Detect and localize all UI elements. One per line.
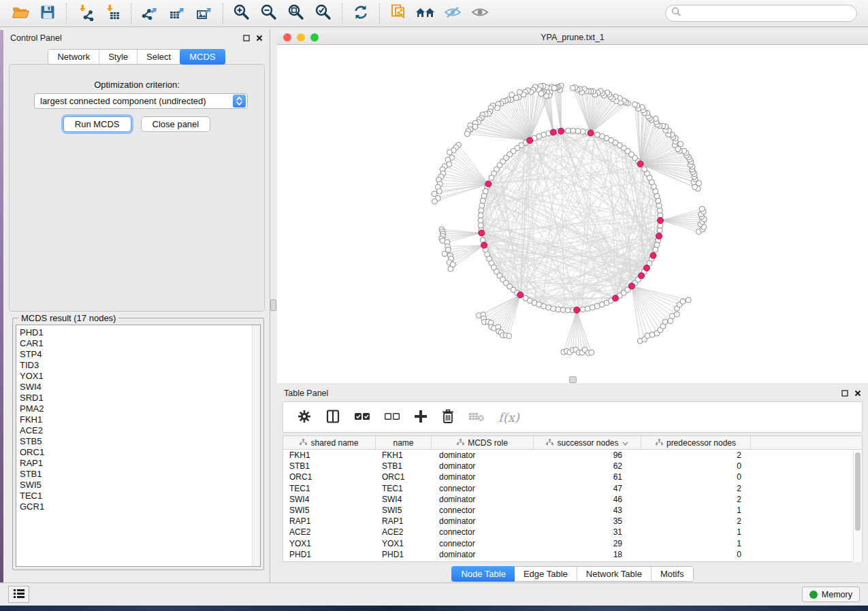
cell-name[interactable]: ORC1 [376,472,432,482]
cell-role[interactable]: connector [432,484,534,493]
mcds-result-item[interactable]: TID3 [20,360,260,371]
cell-role[interactable]: dominator [432,461,534,471]
mcds-result-item[interactable]: ACE2 [20,425,260,436]
cell-predecessors[interactable]: 1 [641,527,751,537]
optimization-criterion-dropdown[interactable]: largest connected component (undirected) [34,93,248,109]
cell-predecessors[interactable]: 0 [641,472,751,482]
mcds-result-item[interactable]: STB1 [20,469,260,480]
cell-successors[interactable]: 61 [534,472,641,482]
sort-chevron-icon[interactable] [622,438,628,448]
zoom-out-button[interactable] [255,3,283,24]
column-header-name[interactable]: name [376,436,432,449]
cell-role[interactable]: dominator [432,495,534,504]
cell-role[interactable]: dominator [432,516,534,526]
cell-predecessors[interactable]: 2 [641,450,751,460]
show-columns-button[interactable] [325,409,340,426]
zoom-in-button[interactable] [228,3,255,24]
mcds-result-item[interactable]: SWI4 [20,382,260,393]
refresh-button[interactable] [347,3,374,24]
hide-selected-button[interactable] [439,3,466,24]
result-list-scrollbar[interactable] [252,325,260,566]
table-row[interactable]: RAP1RAP1dominator352 [283,516,862,527]
table-row[interactable]: FKH1FKH1dominator962 [283,450,862,461]
network-canvas[interactable] [277,45,868,383]
table-row[interactable]: SWI4SWI4dominator462 [283,494,862,505]
column-header-predecessor-nodes[interactable]: predecessor nodes [641,436,751,449]
table-row[interactable]: ORC1ORC1dominator610 [283,472,862,482]
tab-mcds[interactable]: MCDS [180,49,225,65]
vertical-splitter-grip[interactable] [270,299,276,311]
column-header-MCDS-role[interactable]: MCDS role [432,436,534,449]
table-row[interactable]: PHD1PHD1dominator180 [283,549,862,560]
cell-successors[interactable]: 43 [534,506,641,515]
mcds-result-item[interactable]: SRD1 [20,393,260,403]
search-input[interactable] [681,7,856,20]
cell-predecessors[interactable]: 0 [641,550,751,559]
float-window-icon[interactable] [841,390,848,397]
table-scrollbar-thumb[interactable] [855,452,861,531]
cell-role[interactable]: dominator [432,472,534,482]
mcds-result-item[interactable]: PHD1 [20,327,260,338]
close-panel-icon[interactable] [854,390,861,397]
mcds-result-item[interactable]: TEC1 [20,491,260,501]
cell-name[interactable]: STB1 [376,461,432,471]
cell-role[interactable]: connector [432,539,534,548]
first-neighbors-button[interactable] [412,3,439,24]
column-header-successor-nodes[interactable]: successor nodes [534,436,641,449]
tab-node-table[interactable]: Node Table [451,566,515,582]
cell-shared_name[interactable]: RAP1 [283,516,376,526]
cell-shared_name[interactable]: SWI5 [283,506,376,515]
select-all-button[interactable] [354,411,370,424]
cell-name[interactable]: TEC1 [376,484,432,493]
close-panel-button[interactable]: Close panel [141,116,211,132]
table-row[interactable]: STB1STB1dominator620 [283,461,862,472]
memory-button[interactable]: Memory [802,587,860,602]
cell-successors[interactable]: 31 [534,527,641,537]
mcds-result-item[interactable]: CAR1 [20,338,260,349]
cell-predecessors[interactable]: 2 [641,495,751,504]
cell-successors[interactable]: 47 [534,484,641,493]
cell-predecessors[interactable]: 0 [641,461,751,471]
close-panel-icon[interactable] [256,35,263,42]
cell-shared_name[interactable]: TEC1 [283,484,376,493]
export-table-button[interactable] [163,3,191,24]
cell-name[interactable]: RAP1 [376,516,432,526]
mcds-result-item[interactable]: GCR1 [20,501,260,512]
table-scrollbar[interactable] [853,450,862,562]
tab-motifs[interactable]: Motifs [652,567,693,581]
duplicate-network-button[interactable] [385,3,412,24]
show-panels-button[interactable] [8,586,29,603]
cell-successors[interactable]: 62 [534,461,641,471]
cell-role[interactable]: connector [432,527,534,537]
import-network-button[interactable] [71,3,99,24]
cell-role[interactable]: connector [432,506,534,515]
mcds-result-item[interactable]: STP4 [20,349,260,360]
cell-successors[interactable]: 46 [534,495,641,504]
cell-successors[interactable]: 18 [534,550,641,559]
cell-name[interactable]: ACE2 [376,527,432,537]
tab-select[interactable]: Select [138,50,180,64]
cell-predecessors[interactable]: 2 [641,484,751,493]
zoom-selected-button[interactable] [310,3,337,24]
cell-shared_name[interactable]: YOX1 [283,539,376,548]
cell-name[interactable]: SWI4 [376,495,432,504]
cell-successors[interactable]: 29 [534,539,641,548]
tab-style[interactable]: Style [99,50,138,64]
cell-name[interactable]: SWI5 [376,506,432,515]
cell-successors[interactable]: 35 [534,516,641,526]
mcds-result-item[interactable]: YOX1 [20,371,260,382]
mcds-result-item[interactable]: FKH1 [20,414,260,425]
add-column-button[interactable] [414,410,428,425]
cell-shared_name[interactable]: FKH1 [283,450,376,460]
delete-column-button[interactable] [441,409,455,426]
cell-name[interactable]: YOX1 [376,539,432,548]
float-window-icon[interactable] [243,35,250,42]
mcds-result-item[interactable]: RAP1 [20,458,260,469]
tab-network-table[interactable]: Network Table [577,567,652,581]
save-session-button[interactable] [34,3,61,24]
table-row[interactable]: ACE2ACE2connector311 [283,527,862,538]
cell-predecessors[interactable]: 1 [641,506,751,515]
cell-predecessors[interactable]: 1 [641,539,751,548]
table-row[interactable]: SWI5SWI5connector431 [283,505,862,516]
cell-shared_name[interactable]: SWI4 [283,495,376,504]
